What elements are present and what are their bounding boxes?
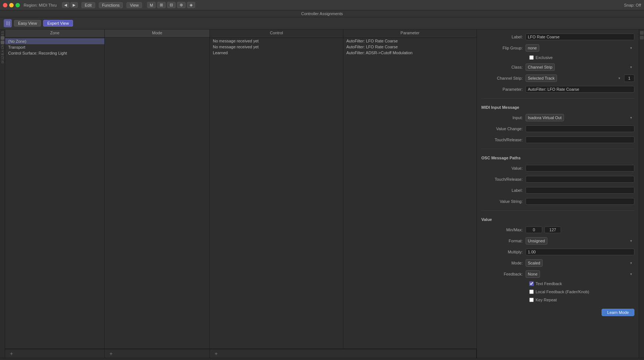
osc-touch-release-label: Touch/Release:: [481, 177, 526, 181]
mode-column: Mode: [105, 30, 210, 349]
expert-view-button[interactable]: Expert View: [43, 20, 73, 27]
edit-menu-button[interactable]: Edit: [82, 2, 95, 8]
mode-select[interactable]: Scaled: [526, 259, 543, 267]
left-strip-label-st[interactable]: St: [1, 60, 4, 64]
label-field-input[interactable]: LFO Rate Coarse: [526, 34, 634, 40]
local-feedback-label: Local Feedback (Fader/Knob): [536, 290, 589, 294]
touch-release-input[interactable]: [526, 136, 634, 143]
input-row: Input: Isadora Virtual Out: [481, 114, 634, 121]
exclusive-checkbox[interactable]: [529, 55, 534, 60]
control-add-button[interactable]: ＋: [212, 350, 220, 357]
control-header: Control: [210, 30, 343, 38]
minimize-button[interactable]: [9, 3, 14, 7]
parameter-field-input[interactable]: [526, 86, 634, 93]
link-icon[interactable]: ⛓: [4, 19, 12, 27]
left-strip-label-es[interactable]: ES: [1, 31, 4, 35]
parameter-row: Parameter:: [481, 86, 634, 93]
maximize-button[interactable]: [15, 3, 20, 7]
left-strip-label-12[interactable]: 12: [1, 56, 4, 60]
channel-strip-num-input[interactable]: [624, 75, 634, 82]
feedback-row: Feedback: None: [481, 270, 634, 278]
rs-item-1[interactable]: [640, 31, 644, 35]
easy-view-button[interactable]: Easy View: [14, 20, 41, 27]
min-input[interactable]: [526, 226, 542, 233]
value-change-input[interactable]: [526, 125, 634, 132]
label-row: Label: LFO Rate Coarse: [481, 33, 634, 41]
toolbar-icons: M ⊞ ⊟ ⊕ ◈: [147, 2, 195, 8]
rs-item-2[interactable]: [640, 36, 644, 39]
nav-forward-button[interactable]: ▶: [70, 2, 78, 8]
top-bar: Region: MIDI Thru ◀ ▶ Edit Functions Vie…: [0, 0, 644, 10]
learn-mode-area: Learn Mode: [481, 309, 634, 316]
mode-add-button[interactable]: ＋: [107, 350, 115, 357]
control-row-1[interactable]: No message received yet: [210, 38, 343, 44]
status-bar: [0, 358, 644, 360]
zone-header: Zone: [5, 30, 104, 38]
zone-item-transport[interactable]: Transport: [5, 44, 104, 50]
min-max-label: Min/Max:: [481, 228, 526, 232]
zone-item-control-surface[interactable]: Control Surface: Recording Light: [5, 50, 104, 56]
toolbar-icon-1[interactable]: ⊞: [157, 2, 166, 8]
nav-arrows: ◀ ▶: [62, 2, 78, 8]
text-feedback-checkbox[interactable]: [529, 281, 534, 286]
divider-2: [481, 149, 634, 149]
left-strip-label-ch[interactable]: Ch: [1, 45, 4, 49]
osc-touch-release-input[interactable]: [526, 176, 634, 183]
format-select[interactable]: Unsigned: [526, 237, 547, 245]
touch-release-row: Touch/Release:: [481, 136, 634, 143]
max-input[interactable]: [544, 226, 561, 233]
zone-column: Zone (No Zone) Transport Control Surface…: [5, 30, 105, 349]
label-field-label: Label:: [481, 35, 526, 39]
parameter-header: Parameter: [343, 30, 477, 38]
feedback-label: Feedback:: [481, 272, 526, 276]
midi-input-section-title: MIDI Input Message: [481, 105, 634, 110]
osc-value-input[interactable]: [526, 165, 634, 172]
mode-m-button[interactable]: M: [147, 2, 156, 8]
left-strip-label-a[interactable]: A: [1, 50, 4, 52]
view-menu-button[interactable]: View: [127, 2, 142, 8]
learn-mode-button[interactable]: Learn Mode: [602, 309, 634, 316]
osc-label-input[interactable]: [526, 187, 634, 194]
control-list: No message received yet No message recei…: [210, 38, 343, 349]
zone-item-no-zone[interactable]: (No Zone): [5, 38, 104, 44]
class-row: Class: Channel Strip: [481, 63, 634, 71]
right-sidebar-strip: [639, 30, 644, 358]
key-repeat-checkbox[interactable]: [529, 298, 534, 302]
multiply-input[interactable]: [526, 249, 634, 255]
channel-strip-label: Channel Strip:: [481, 76, 526, 80]
channel-strip-select[interactable]: Selected Track: [526, 75, 557, 82]
param-row-1[interactable]: AutoFilter: LFO Rate Coarse: [343, 38, 477, 44]
close-button[interactable]: [3, 3, 7, 7]
param-row-2[interactable]: AutoFilter: LFO Rate Coarse: [343, 44, 477, 50]
functions-menu-button[interactable]: Functions: [99, 2, 123, 8]
param-row-3[interactable]: AutoFilter: ADSR->Cutoff Modulation: [343, 50, 477, 56]
feedback-select[interactable]: None: [526, 270, 540, 278]
left-strip-btn-1[interactable]: [1, 36, 4, 40]
osc-section-title: OSC Message Paths: [481, 156, 634, 160]
value-section-title: Value: [481, 217, 634, 222]
zone-add-button[interactable]: ＋: [7, 350, 15, 357]
osc-value-string-label: Value String:: [481, 199, 526, 204]
left-strip-label-b[interactable]: B: [1, 53, 4, 55]
format-label: Format:: [481, 239, 526, 243]
control-add-section: ＋: [210, 349, 477, 358]
zone-add-section: ＋: [5, 349, 105, 358]
left-strip-btn-2[interactable]: [1, 41, 4, 44]
control-row-2[interactable]: No message received yet: [210, 44, 343, 50]
snap-value: Off: [636, 3, 641, 7]
flip-group-select[interactable]: none: [526, 44, 539, 52]
mode-list: [105, 38, 210, 349]
osc-value-string-input[interactable]: [526, 198, 634, 205]
channel-strip-select-wrapper: Selected Track: [526, 75, 623, 82]
title-bar: Controller Assignments: [0, 10, 644, 17]
toolbar-icon-3[interactable]: ⊕: [177, 2, 186, 8]
control-row-3[interactable]: Learned: [210, 50, 343, 56]
input-select[interactable]: Isadora Virtual Out: [526, 114, 564, 121]
local-feedback-checkbox[interactable]: [529, 290, 534, 294]
nav-back-button[interactable]: ◀: [62, 2, 69, 8]
toolbar-icon-2[interactable]: ⊟: [167, 2, 176, 8]
class-select[interactable]: Channel Strip: [526, 63, 555, 71]
exclusive-row: Exclusive: [481, 55, 634, 60]
view-toggle-bar: ⛓ Easy View Expert View: [0, 17, 644, 30]
toolbar-icon-4[interactable]: ◈: [187, 2, 195, 8]
